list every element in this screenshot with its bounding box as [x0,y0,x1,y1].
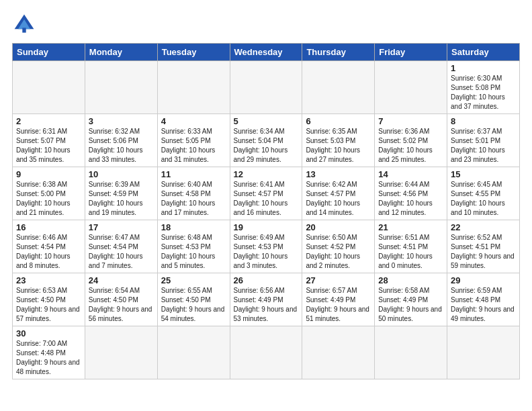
day-cell [13,61,85,114]
day-number: 22 [451,222,516,232]
day-info: Sunrise: 6:35 AM Sunset: 5:03 PM Dayligh… [306,127,371,165]
day-info: Sunrise: 6:38 AM Sunset: 5:00 PM Dayligh… [16,180,81,218]
day-info: Sunrise: 6:32 AM Sunset: 5:06 PM Dayligh… [89,127,154,165]
day-info: Sunrise: 6:34 AM Sunset: 5:04 PM Dayligh… [234,127,299,165]
day-number: 3 [89,116,154,126]
weekday-header-monday: Monday [85,44,157,61]
day-cell [302,326,375,379]
day-info: Sunrise: 6:47 AM Sunset: 4:54 PM Dayligh… [89,233,154,271]
day-cell: 12Sunrise: 6:41 AM Sunset: 4:57 PM Dayli… [230,167,302,220]
day-cell: 11Sunrise: 6:40 AM Sunset: 4:58 PM Dayli… [157,167,230,220]
day-number: 20 [306,222,371,232]
day-info: Sunrise: 6:31 AM Sunset: 5:07 PM Dayligh… [16,127,81,165]
day-number: 29 [451,275,516,285]
day-info: Sunrise: 6:53 AM Sunset: 4:50 PM Dayligh… [16,286,81,324]
day-number: 30 [16,328,81,338]
day-cell [157,326,230,379]
day-cell [230,61,302,114]
day-cell: 23Sunrise: 6:53 AM Sunset: 4:50 PM Dayli… [13,273,85,326]
day-cell: 16Sunrise: 6:46 AM Sunset: 4:54 PM Dayli… [13,220,85,273]
day-cell: 14Sunrise: 6:44 AM Sunset: 4:56 PM Dayli… [375,167,447,220]
logo-icon [12,12,36,36]
day-cell: 27Sunrise: 6:57 AM Sunset: 4:49 PM Dayli… [302,273,375,326]
logo [12,12,39,36]
day-info: Sunrise: 6:55 AM Sunset: 4:50 PM Dayligh… [161,286,226,324]
day-number: 18 [161,222,226,232]
day-cell: 30Sunrise: 7:00 AM Sunset: 4:48 PM Dayli… [13,326,85,379]
day-cell: 25Sunrise: 6:55 AM Sunset: 4:50 PM Dayli… [157,273,230,326]
day-info: Sunrise: 6:40 AM Sunset: 4:58 PM Dayligh… [161,180,226,218]
day-info: Sunrise: 6:51 AM Sunset: 4:51 PM Dayligh… [378,233,443,271]
day-info: Sunrise: 6:49 AM Sunset: 4:53 PM Dayligh… [234,233,299,271]
day-cell: 24Sunrise: 6:54 AM Sunset: 4:50 PM Dayli… [85,273,157,326]
day-cell: 18Sunrise: 6:48 AM Sunset: 4:53 PM Dayli… [157,220,230,273]
day-number: 14 [378,169,443,179]
day-number: 16 [16,222,81,232]
day-info: Sunrise: 6:58 AM Sunset: 4:49 PM Dayligh… [378,286,443,324]
weekday-header-tuesday: Tuesday [157,44,230,61]
day-number: 26 [234,275,299,285]
day-number: 27 [306,275,371,285]
day-number: 19 [234,222,299,232]
day-cell: 3Sunrise: 6:32 AM Sunset: 5:06 PM Daylig… [85,114,157,167]
day-cell: 9Sunrise: 6:38 AM Sunset: 5:00 PM Daylig… [13,167,85,220]
day-cell [157,61,230,114]
day-info: Sunrise: 6:54 AM Sunset: 4:50 PM Dayligh… [89,286,154,324]
day-info: Sunrise: 6:30 AM Sunset: 5:08 PM Dayligh… [451,74,516,111]
day-cell: 1Sunrise: 6:30 AM Sunset: 5:08 PM Daylig… [447,61,520,114]
day-info: Sunrise: 6:39 AM Sunset: 4:59 PM Dayligh… [89,180,154,218]
day-number: 11 [161,169,226,179]
day-cell: 21Sunrise: 6:51 AM Sunset: 4:51 PM Dayli… [375,220,447,273]
day-info: Sunrise: 6:59 AM Sunset: 4:48 PM Dayligh… [451,286,516,324]
day-cell: 2Sunrise: 6:31 AM Sunset: 5:07 PM Daylig… [13,114,85,167]
day-info: Sunrise: 6:41 AM Sunset: 4:57 PM Dayligh… [234,180,299,218]
day-cell: 4Sunrise: 6:33 AM Sunset: 5:05 PM Daylig… [157,114,230,167]
day-number: 25 [161,275,226,285]
day-cell: 29Sunrise: 6:59 AM Sunset: 4:48 PM Dayli… [447,273,520,326]
svg-rect-2 [22,28,26,32]
day-cell: 10Sunrise: 6:39 AM Sunset: 4:59 PM Dayli… [85,167,157,220]
day-number: 24 [89,275,154,285]
day-number: 23 [16,275,81,285]
day-info: Sunrise: 6:33 AM Sunset: 5:05 PM Dayligh… [161,127,226,165]
day-info: Sunrise: 7:00 AM Sunset: 4:48 PM Dayligh… [16,339,81,377]
weekday-header-wednesday: Wednesday [230,44,302,61]
calendar: SundayMondayTuesdayWednesdayThursdayFrid… [12,43,520,379]
weekday-header-saturday: Saturday [447,44,520,61]
day-number: 2 [16,116,81,126]
day-info: Sunrise: 6:36 AM Sunset: 5:02 PM Dayligh… [378,127,443,165]
day-number: 17 [89,222,154,232]
calendar-header: SundayMondayTuesdayWednesdayThursdayFrid… [13,44,520,61]
day-cell [375,61,447,114]
day-cell [447,326,520,379]
day-info: Sunrise: 6:45 AM Sunset: 4:55 PM Dayligh… [451,180,516,218]
day-cell: 20Sunrise: 6:50 AM Sunset: 4:52 PM Dayli… [302,220,375,273]
day-number: 5 [234,116,299,126]
weekday-header-sunday: Sunday [13,44,85,61]
day-cell: 17Sunrise: 6:47 AM Sunset: 4:54 PM Dayli… [85,220,157,273]
day-cell: 15Sunrise: 6:45 AM Sunset: 4:55 PM Dayli… [447,167,520,220]
day-info: Sunrise: 6:46 AM Sunset: 4:54 PM Dayligh… [16,233,81,271]
week-row-1: 1Sunrise: 6:30 AM Sunset: 5:08 PM Daylig… [13,61,520,114]
day-cell: 26Sunrise: 6:56 AM Sunset: 4:49 PM Dayli… [230,273,302,326]
weekday-header-thursday: Thursday [302,44,375,61]
day-number: 9 [16,169,81,179]
day-cell [85,326,157,379]
day-cell: 22Sunrise: 6:52 AM Sunset: 4:51 PM Dayli… [447,220,520,273]
day-cell: 8Sunrise: 6:37 AM Sunset: 5:01 PM Daylig… [447,114,520,167]
header [12,12,520,36]
week-row-3: 9Sunrise: 6:38 AM Sunset: 5:00 PM Daylig… [13,167,520,220]
day-number: 4 [161,116,226,126]
day-cell: 28Sunrise: 6:58 AM Sunset: 4:49 PM Dayli… [375,273,447,326]
page: SundayMondayTuesdayWednesdayThursdayFrid… [0,0,532,386]
day-info: Sunrise: 6:56 AM Sunset: 4:49 PM Dayligh… [234,286,299,324]
day-number: 13 [306,169,371,179]
day-number: 28 [378,275,443,285]
day-info: Sunrise: 6:57 AM Sunset: 4:49 PM Dayligh… [306,286,371,324]
calendar-body: 1Sunrise: 6:30 AM Sunset: 5:08 PM Daylig… [13,61,520,379]
day-info: Sunrise: 6:48 AM Sunset: 4:53 PM Dayligh… [161,233,226,271]
day-info: Sunrise: 6:42 AM Sunset: 4:57 PM Dayligh… [306,180,371,218]
week-row-6: 30Sunrise: 7:00 AM Sunset: 4:48 PM Dayli… [13,326,520,379]
day-number: 1 [451,63,516,73]
week-row-4: 16Sunrise: 6:46 AM Sunset: 4:54 PM Dayli… [13,220,520,273]
